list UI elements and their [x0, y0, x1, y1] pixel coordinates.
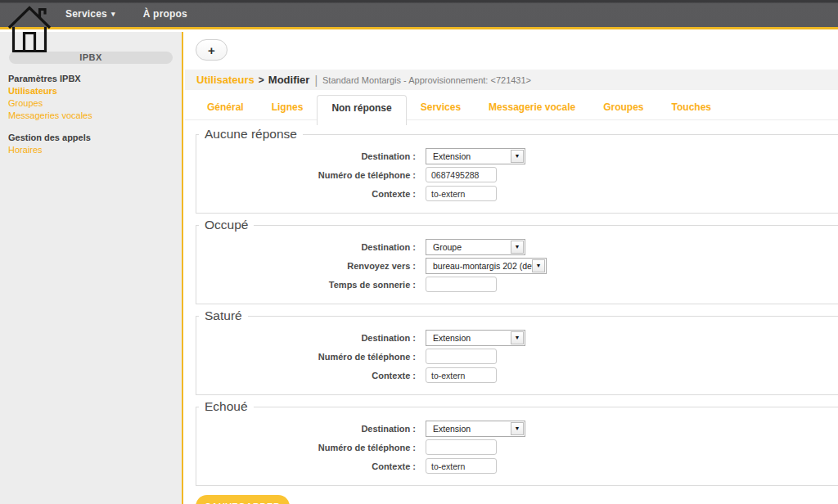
tab-general[interactable]: Général — [193, 95, 258, 120]
breadcrumb-context: Standard Montargis - Approvisionnement: … — [322, 75, 531, 85]
numero-de-telephone-input[interactable] — [426, 439, 497, 455]
contexte-input[interactable] — [426, 186, 497, 201]
destination-select[interactable]: Groupe▼ — [426, 239, 525, 255]
sidebar-item-groupes[interactable]: Groupes — [0, 97, 182, 110]
breadcrumb-page: Modifier — [268, 74, 310, 86]
save-button[interactable]: SAUVEGARDER — [196, 495, 290, 504]
section-echoue: EchouéDestination :Extension▼Numéro de t… — [196, 399, 838, 486]
form-sections: Aucune réponseDestination :Extension▼Num… — [185, 127, 838, 486]
form-row: Destination :Groupe▼ — [196, 238, 838, 255]
tab-groupes[interactable]: Groupes — [589, 95, 657, 120]
nav-item-a-propos[interactable]: À propos — [143, 8, 187, 20]
tab-lignes[interactable]: Lignes — [258, 95, 318, 120]
caret-down-icon: ▾ — [111, 10, 115, 18]
numero-de-telephone-input[interactable] — [426, 349, 497, 364]
temps-de-sonnerie-input[interactable] — [426, 277, 497, 292]
form-row: Renvoyez vers :bureau-montargis 202 (def… — [196, 257, 838, 274]
form-row: Temps de sonnerie : — [196, 276, 838, 293]
field-label-destination: Destination : — [196, 333, 416, 343]
select-value: Groupe — [426, 242, 511, 252]
section-aucune-reponse: Aucune réponseDestination :Extension▼Num… — [196, 127, 838, 214]
field-label-numero-de-telephone: Numéro de téléphone : — [196, 352, 416, 362]
form-row: Destination :Extension▼ — [196, 329, 838, 346]
form-row: Contexte : — [196, 457, 838, 475]
breadcrumb-section-link[interactable]: Utilisateurs — [196, 74, 255, 86]
destination-select[interactable]: Extension▼ — [426, 421, 525, 437]
breadcrumb-divider: | — [309, 74, 322, 87]
main-content: + Utilisateurs > Modifier | Standard Mon… — [185, 32, 838, 504]
section-sature: SaturéDestination :Extension▼Numéro de t… — [196, 308, 838, 395]
section-legend-echoue: Echoué — [199, 399, 254, 414]
destination-select[interactable]: Extension▼ — [426, 330, 525, 346]
field-label-contexte: Contexte : — [196, 371, 416, 380]
tab-messagerie-vocale[interactable]: Messagerie vocale — [475, 95, 589, 120]
section-legend-occupe: Occupé — [199, 218, 254, 232]
form-row: Destination :Extension▼ — [196, 147, 838, 164]
chevron-down-icon[interactable]: ▼ — [511, 331, 524, 344]
select-value: Extension — [426, 151, 511, 161]
select-value: Extension — [426, 333, 511, 343]
section-occupe: OccupéDestination :Groupe▼Renvoyez vers … — [196, 218, 838, 304]
breadcrumb-separator: > — [255, 74, 268, 86]
field-label-numero-de-telephone: Numéro de téléphone : — [196, 443, 416, 452]
add-button[interactable]: + — [196, 39, 228, 61]
form-row: Numéro de téléphone : — [196, 166, 838, 183]
sidebar-heading-parametres-ipbx: Paramètres IPBX — [0, 72, 182, 85]
sidebar-item-horaires[interactable]: Horaires — [0, 144, 182, 156]
sidebar-item-messageries-vocales[interactable]: Messageries vocales — [0, 110, 182, 122]
field-label-destination: Destination : — [196, 151, 416, 161]
field-label-destination: Destination : — [196, 424, 416, 434]
select-value: bureau-montargis 202 (default) — [426, 261, 532, 271]
chevron-down-icon[interactable]: ▼ — [511, 241, 524, 254]
chevron-down-icon[interactable]: ▼ — [532, 259, 545, 272]
renvoyez-vers-select[interactable]: bureau-montargis 202 (default)▼ — [426, 258, 547, 274]
breadcrumb: Utilisateurs > Modifier | Standard Monta… — [185, 70, 838, 90]
field-label-numero-de-telephone: Numéro de téléphone : — [196, 170, 416, 180]
sidebar: IPBX Paramètres IPBXUtilisateursGroupesM… — [0, 32, 183, 504]
field-label-contexte: Contexte : — [196, 461, 416, 471]
home-logo-icon[interactable] — [6, 2, 53, 54]
chevron-down-icon[interactable]: ▼ — [511, 422, 524, 435]
nav-item-services[interactable]: Services▾ — [65, 8, 115, 20]
top-navbar: Services▾À propos — [0, 0, 838, 29]
numero-de-telephone-input[interactable] — [426, 167, 497, 182]
form-row: Destination :Extension▼ — [196, 420, 838, 437]
field-label-destination: Destination : — [196, 242, 416, 252]
chevron-down-icon[interactable]: ▼ — [511, 150, 524, 163]
field-label-renvoyez-vers: Renvoyez vers : — [196, 261, 416, 271]
field-label-temps-de-sonnerie: Temps de sonnerie : — [196, 280, 416, 290]
tab-touches[interactable]: Touches — [658, 95, 725, 120]
select-value: Extension — [426, 424, 511, 434]
form-row: Contexte : — [196, 185, 838, 202]
tab-services[interactable]: Services — [407, 95, 475, 120]
sidebar-heading-gestion-des-appels: Gestion des appels — [0, 131, 182, 144]
section-legend-aucune-reponse: Aucune réponse — [199, 127, 303, 142]
tab-non-reponse[interactable]: Non réponse — [317, 95, 406, 125]
form-row: Numéro de téléphone : — [196, 348, 838, 365]
form-row: Contexte : — [196, 367, 838, 384]
tab-bar: GénéralLignesNon réponseServicesMessager… — [185, 95, 838, 120]
field-label-contexte: Contexte : — [196, 189, 416, 199]
destination-select[interactable]: Extension▼ — [426, 148, 525, 164]
contexte-input[interactable] — [426, 458, 497, 474]
navbar-menu: Services▾À propos — [0, 0, 838, 27]
sidebar-nav: Paramètres IPBXUtilisateursGroupesMessag… — [0, 72, 182, 156]
form-row: Numéro de téléphone : — [196, 439, 838, 456]
section-legend-sature: Saturé — [199, 308, 248, 323]
sidebar-item-utilisateurs[interactable]: Utilisateurs — [0, 85, 182, 97]
contexte-input[interactable] — [426, 367, 497, 383]
